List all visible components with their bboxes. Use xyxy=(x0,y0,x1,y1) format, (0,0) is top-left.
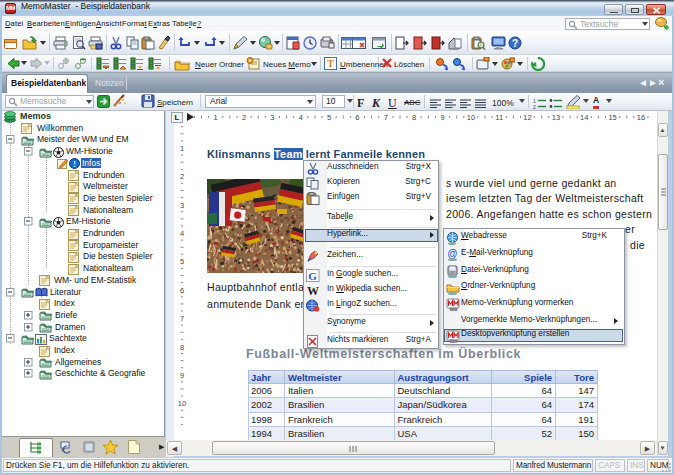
svg-text:6: 6 xyxy=(355,113,359,122)
svg-text:5: 5 xyxy=(327,113,331,122)
svg-text:4: 4 xyxy=(180,229,184,238)
svg-text:13: 13 xyxy=(552,113,560,122)
svg-text:9: 9 xyxy=(440,113,444,122)
svg-text:@: @ xyxy=(448,248,458,259)
svg-text:12: 12 xyxy=(523,113,531,122)
svg-text:1: 1 xyxy=(214,113,218,122)
svg-text:!: ! xyxy=(73,160,76,169)
svg-text:8: 8 xyxy=(412,113,416,122)
svg-text:G: G xyxy=(308,270,317,282)
svg-text:T: T xyxy=(327,58,334,69)
svg-text:15: 15 xyxy=(608,113,616,122)
svg-text:10: 10 xyxy=(467,113,475,122)
svg-text:1: 1 xyxy=(180,144,184,153)
svg-text:16: 16 xyxy=(637,113,645,122)
svg-text:3: 3 xyxy=(270,113,274,122)
svg-text:5: 5 xyxy=(180,257,184,266)
svg-text:7: 7 xyxy=(180,314,184,323)
svg-text:2: 2 xyxy=(180,172,184,181)
svg-text:4: 4 xyxy=(299,113,303,122)
svg-text:11: 11 xyxy=(495,113,503,122)
svg-text:14: 14 xyxy=(580,113,588,122)
svg-text:6: 6 xyxy=(180,286,184,295)
svg-text:10: 10 xyxy=(178,399,186,408)
svg-text:2: 2 xyxy=(533,104,536,110)
svg-text:2: 2 xyxy=(242,113,246,122)
svg-text:3: 3 xyxy=(180,201,184,210)
svg-text:W: W xyxy=(307,284,319,297)
svg-text:9: 9 xyxy=(180,371,184,380)
svg-text:8: 8 xyxy=(180,343,184,352)
svg-text:?: ? xyxy=(512,38,518,49)
svg-text:7: 7 xyxy=(384,113,388,122)
